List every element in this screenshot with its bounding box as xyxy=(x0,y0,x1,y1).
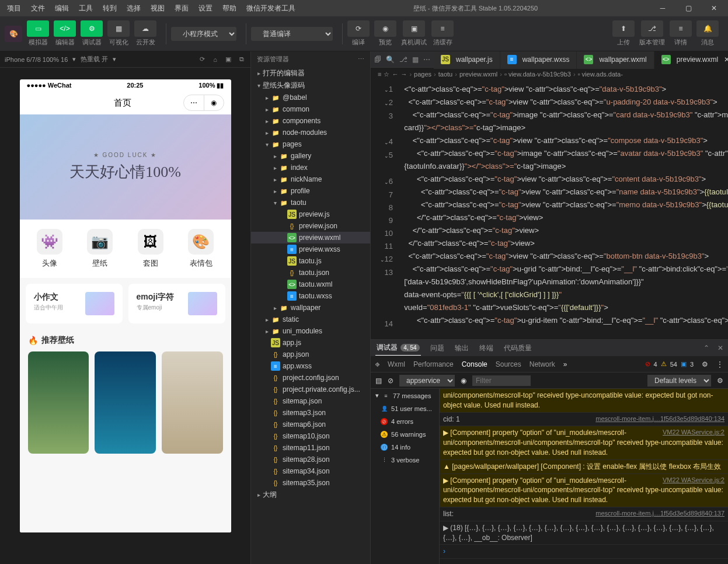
tree-item[interactable]: JSpreview.js xyxy=(251,208,370,220)
branch-icon[interactable]: ⎇ xyxy=(399,55,407,64)
tree-item[interactable]: {}app.json xyxy=(251,349,370,360)
wallpaper-thumb[interactable] xyxy=(95,351,156,454)
tree-item[interactable]: {}sitemap35.json xyxy=(251,477,370,489)
section-outline[interactable]: ▸大纲 xyxy=(251,489,370,501)
screenshot-icon[interactable]: ▣ xyxy=(225,55,231,63)
more-icon[interactable]: ⋮ xyxy=(716,360,723,368)
editor-tab[interactable]: <>wallpaper.wxml xyxy=(577,51,654,69)
section-project[interactable]: ▾壁纸头像源码 xyxy=(251,79,370,92)
tree-item[interactable]: {}sitemap11.json xyxy=(251,442,370,454)
panel-tab-终端[interactable]: 终端 xyxy=(478,341,494,356)
error-count[interactable]: 4 xyxy=(654,361,657,368)
tree-item[interactable]: <>taotu.wxml xyxy=(251,278,370,290)
tree-item[interactable]: ≡app.wxss xyxy=(251,360,370,372)
gear-icon[interactable]: ⚙ xyxy=(717,377,723,385)
tree-item[interactable]: ▸📁nickName xyxy=(251,173,370,185)
toolbar-详情[interactable]: ≡ xyxy=(670,20,692,37)
explorer-icon[interactable]: 🗐 xyxy=(374,55,381,64)
panel-tab-调试器[interactable]: 调试器 4, 54 xyxy=(375,340,421,356)
tree-item[interactable]: {}preview.json xyxy=(251,220,370,232)
toolbar-预览[interactable]: ◉ xyxy=(374,20,396,37)
gutter-icon[interactable]: ≡ xyxy=(378,71,381,78)
inspect-icon[interactable]: ⎆ xyxy=(375,360,379,368)
card[interactable]: 小作文适合中午用 xyxy=(26,284,123,323)
toolbar-编译[interactable]: ⟳ xyxy=(347,20,370,37)
editor-tab[interactable]: JSwallpaper.js xyxy=(434,51,500,69)
maximize-button[interactable]: ▢ xyxy=(677,0,700,16)
menu-选择[interactable]: 选择 xyxy=(122,1,145,16)
tree-item[interactable]: ▸📁profile xyxy=(251,185,370,197)
fwd-icon[interactable]: → xyxy=(400,71,407,78)
dt-tab-Network[interactable]: Network xyxy=(530,360,555,368)
detach-icon[interactable]: ⧉ xyxy=(239,55,244,63)
panel-close-icon[interactable]: ✕ xyxy=(717,344,723,352)
panel-collapse-icon[interactable]: ⌃ xyxy=(703,344,709,352)
console-filter-item[interactable]: ⚠56 warnings xyxy=(371,428,439,441)
dt-tab-Console[interactable]: Console xyxy=(462,360,487,368)
tree-item[interactable]: JStaotu.js xyxy=(251,255,370,267)
console-filter-item[interactable]: ⊘4 errors xyxy=(371,415,439,428)
menu-视图[interactable]: 视图 xyxy=(146,1,169,16)
back-icon[interactable]: ← xyxy=(392,71,398,78)
tree-item[interactable]: {}sitemap.json xyxy=(251,395,370,407)
toolbar-真机调试[interactable]: ▣ xyxy=(403,20,425,37)
eye-icon[interactable]: ◉ xyxy=(461,377,466,385)
overflow-icon[interactable]: » xyxy=(563,360,567,368)
toolbar-清缓存[interactable]: ≡ xyxy=(431,20,454,37)
editor-tab[interactable]: ≡wallpaper.wxss xyxy=(500,51,577,69)
wallpaper-thumb[interactable] xyxy=(28,351,89,454)
refresh-icon[interactable]: ⟳ xyxy=(200,55,205,63)
tree-item[interactable]: {}project.private.config.js... xyxy=(251,384,370,395)
grid-item[interactable]: 🖼套图 xyxy=(126,229,176,269)
close-button[interactable]: ✕ xyxy=(702,0,726,16)
panel-tab-输出[interactable]: 输出 xyxy=(454,341,470,356)
compile-select[interactable]: 普通编译 xyxy=(251,27,333,41)
console-messages[interactable]: uni/components/mescroll-top" received ty… xyxy=(440,389,728,564)
menu-转到[interactable]: 转到 xyxy=(98,1,121,16)
hot-reload[interactable]: 热重载 开 xyxy=(81,55,108,64)
menu-微信开发者工具[interactable]: 微信开发者工具 xyxy=(242,1,300,16)
panel-tab-问题[interactable]: 问题 xyxy=(429,341,445,356)
info-badge[interactable]: 3 xyxy=(690,361,694,368)
tree-item[interactable]: ▸📁components xyxy=(251,115,370,127)
gear-icon[interactable]: ⚙ xyxy=(702,360,708,368)
grid-item[interactable]: 📷壁纸 xyxy=(75,229,126,269)
tree-item[interactable]: ▸📁gallery xyxy=(251,150,370,162)
tree-item[interactable]: <>preview.wxml xyxy=(251,232,370,243)
clear-icon[interactable]: ⊘ xyxy=(388,377,393,385)
tree-item[interactable]: ≡preview.wxss xyxy=(251,243,370,255)
context-select[interactable]: appservice xyxy=(399,375,455,387)
ext-icon[interactable]: ▦ xyxy=(412,55,419,64)
toolbar-云开发[interactable]: ☁ xyxy=(134,20,156,37)
tree-item[interactable]: {}sitemap3.json xyxy=(251,407,370,419)
capsule-more-icon[interactable]: ⋯ xyxy=(184,95,204,110)
filter-input[interactable] xyxy=(472,375,531,386)
console-filter-item[interactable]: ⋮3 verbose xyxy=(371,454,439,466)
dt-tab-Performance[interactable]: Performance xyxy=(413,360,454,368)
tree-item[interactable]: ▸📁static xyxy=(251,314,370,325)
bookmark-icon[interactable]: ☆ xyxy=(384,71,389,78)
levels-select[interactable]: Default levels xyxy=(647,375,711,387)
editor-tab[interactable]: <>preview.wxml ✕ xyxy=(654,51,728,69)
tree-item[interactable]: JSapp.js xyxy=(251,337,370,349)
dt-tab-Wxml[interactable]: Wxml xyxy=(388,360,405,368)
tree-item[interactable]: {}sitemap28.json xyxy=(251,454,370,465)
menu-项目[interactable]: 项目 xyxy=(2,1,26,16)
console-filter-item[interactable]: ▾≡77 messages xyxy=(371,389,439,402)
banner[interactable]: ★ GOOD LUCK ★ 天天好心情100% xyxy=(20,114,231,220)
toolbar-调试器[interactable]: ⚙ xyxy=(81,20,103,37)
tree-item[interactable]: ▾📁pages xyxy=(251,138,370,150)
wallpaper-thumb[interactable] xyxy=(162,351,223,454)
tree-item[interactable]: {}sitemap34.json xyxy=(251,465,370,477)
grid-item[interactable]: 👾头像 xyxy=(25,229,75,269)
toolbar-模拟器[interactable]: ▭ xyxy=(27,20,49,37)
tree-item[interactable]: ▾📁taotu xyxy=(251,197,370,208)
panel-tab-代码质量[interactable]: 代码质量 xyxy=(503,341,533,356)
menu-文件[interactable]: 文件 xyxy=(26,1,50,16)
breadcrumb[interactable]: ≡ ☆ ← → ›pages›taotu›preview.wxml›▫ view… xyxy=(371,68,728,81)
menu-帮助[interactable]: 帮助 xyxy=(218,1,241,16)
tree-item[interactable]: {}taotu.json xyxy=(251,267,370,278)
tree-item[interactable]: ▸📁common xyxy=(251,103,370,115)
device-info[interactable]: iPhone 6/7/8 100% 16 xyxy=(5,56,68,63)
toolbar-消息[interactable]: 🔔 xyxy=(696,20,719,37)
